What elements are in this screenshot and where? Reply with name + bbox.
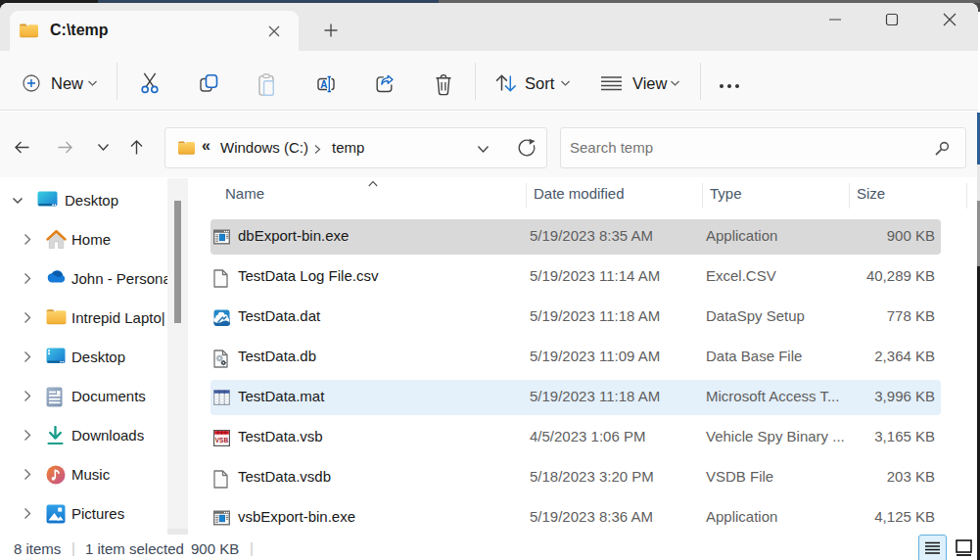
svg-text:VSB: VSB xyxy=(215,436,229,444)
svg-text:A: A xyxy=(320,78,327,89)
